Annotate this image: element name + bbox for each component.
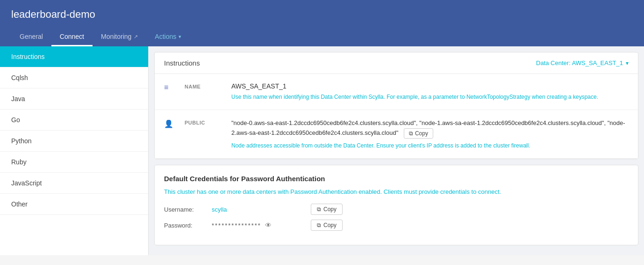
sidebar-item-other[interactable]: Other [0,194,148,215]
sidebar-item-cqlsh[interactable]: Cqlsh [0,67,148,88]
name-row: ≡ NAME AWS_SA_EAST_1 Use this name when … [155,74,638,110]
public-description: Node addresses accessible from outside t… [231,141,629,150]
name-row-icon: ≡ [164,83,175,92]
content-area: Instructions Data Center: AWS_SA_EAST_1 … [149,46,644,255]
datacenter-label: Data Center: AWS_SA_EAST_1 [536,59,623,66]
public-row: 👤 PUBLIC "node-0.aws-sa-east-1.2dccdc695… [155,110,638,159]
eye-icon[interactable]: 👁 [265,221,272,229]
sidebar-item-python[interactable]: Python [0,131,148,152]
actions-dropdown-icon: ▾ [179,34,181,40]
external-link-icon: ↗ [134,34,138,40]
copy-nodes-label: Copy [415,130,428,137]
password-value-container: *************** 👁 [212,221,305,229]
credentials-panel: Default Credentials for Password Authent… [154,165,638,246]
sidebar: Instructions Cqlsh Java Go Python Ruby J… [0,46,149,255]
datacenter-chevron-icon: ▾ [626,60,629,66]
header-nav: General Connect Monitoring ↗ Actions ▾ [11,28,633,46]
copy-nodes-button[interactable]: ⧉ Copy [404,128,433,139]
header: leaderboard-demo General Connect Monitor… [0,0,644,46]
main-layout: Instructions Cqlsh Java Go Python Ruby J… [0,46,644,255]
nav-general[interactable]: General [11,28,51,46]
copy-password-button[interactable]: ⧉ Copy [311,220,343,231]
datacenter-selector[interactable]: Data Center: AWS_SA_EAST_1 ▾ [536,59,629,66]
sidebar-item-go[interactable]: Go [0,110,148,131]
actions-label: Actions [155,33,176,40]
copy-username-button[interactable]: ⧉ Copy [311,204,343,215]
username-row: Username: scylla ⧉ Copy [164,204,629,215]
nav-actions[interactable]: Actions ▾ [146,28,190,46]
sidebar-item-java[interactable]: Java [0,88,148,110]
name-description: Use this name when identifying this Data… [231,93,629,101]
credentials-title: Default Credentials for Password Authent… [164,175,629,183]
instructions-panel: Instructions Data Center: AWS_SA_EAST_1 … [154,52,638,159]
name-value: AWS_SA_EAST_1 [231,82,629,90]
username-label: Username: [164,206,206,213]
username-value: scylla [212,206,305,213]
panel-header: Instructions Data Center: AWS_SA_EAST_1 … [155,52,638,74]
copy-password-label: Copy [323,222,336,228]
password-label: Password: [164,222,206,229]
app-title: leaderboard-demo [11,8,633,21]
sidebar-item-ruby[interactable]: Ruby [0,152,148,173]
copy-icon-inline: ⧉ [409,130,413,137]
public-content: "node-0.aws-sa-east-1.2dccdc6950cedb6fe2… [231,118,629,150]
name-content: AWS_SA_EAST_1 Use this name when identif… [231,82,629,101]
copy-password-icon: ⧉ [317,222,321,228]
name-label: NAME [185,82,222,89]
public-row-icon: 👤 [164,119,175,128]
copy-username-icon: ⧉ [317,206,321,213]
public-nodes-value: "node-0.aws-sa-east-1.2dccdc6950cedb6fe2… [231,118,629,139]
copy-username-label: Copy [323,206,336,213]
panel-title: Instructions [164,59,200,67]
nav-connect[interactable]: Connect [51,28,93,46]
password-row: Password: *************** 👁 ⧉ Copy [164,220,629,231]
nav-monitoring[interactable]: Monitoring ↗ [93,28,146,46]
monitoring-label: Monitoring [101,33,131,40]
sidebar-item-javascript[interactable]: JavaScript [0,173,148,194]
credentials-description: This cluster has one or more data center… [164,187,629,197]
sidebar-item-instructions[interactable]: Instructions [0,46,148,67]
public-label: PUBLIC [185,118,222,125]
password-value: *************** [212,222,261,229]
